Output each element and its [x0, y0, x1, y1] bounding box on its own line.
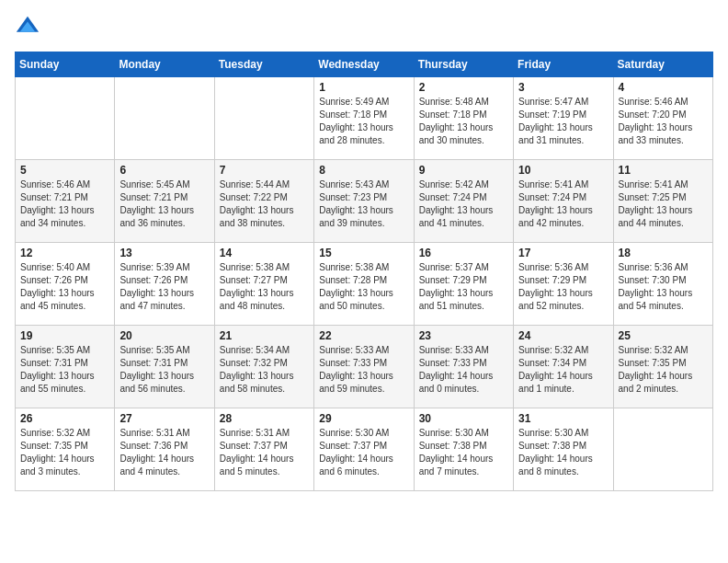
day-info: Sunrise: 5:33 AM Sunset: 7:33 PM Dayligh…	[419, 344, 508, 396]
day-number: 29	[319, 412, 408, 425]
calendar-cell: 12Sunrise: 5:40 AM Sunset: 7:26 PM Dayli…	[16, 243, 115, 326]
calendar-cell: 19Sunrise: 5:35 AM Sunset: 7:31 PM Dayli…	[16, 326, 115, 408]
calendar-cell: 13Sunrise: 5:39 AM Sunset: 7:26 PM Dayli…	[115, 243, 214, 326]
day-number: 18	[619, 247, 708, 259]
day-info: Sunrise: 5:46 AM Sunset: 7:21 PM Dayligh…	[20, 178, 109, 230]
calendar-cell: 28Sunrise: 5:31 AM Sunset: 7:37 PM Dayli…	[214, 408, 313, 491]
day-info: Sunrise: 5:48 AM Sunset: 7:18 PM Dayligh…	[419, 96, 508, 147]
calendar-cell: 16Sunrise: 5:37 AM Sunset: 7:29 PM Dayli…	[414, 243, 513, 326]
calendar-cell: 7Sunrise: 5:44 AM Sunset: 7:22 PM Daylig…	[214, 160, 313, 243]
day-number: 3	[518, 81, 608, 94]
day-number: 27	[119, 412, 209, 425]
calendar-cell: 4Sunrise: 5:46 AM Sunset: 7:20 PM Daylig…	[613, 77, 712, 160]
day-info: Sunrise: 5:41 AM Sunset: 7:24 PM Dayligh…	[518, 178, 608, 230]
logo-icon	[15, 15, 40, 40]
day-info: Sunrise: 5:30 AM Sunset: 7:37 PM Dayligh…	[319, 427, 408, 478]
day-number: 6	[119, 164, 209, 177]
page-header	[15, 15, 713, 40]
calendar-cell	[214, 77, 313, 160]
day-of-week-header: Sunday	[16, 52, 115, 77]
calendar-cell: 22Sunrise: 5:33 AM Sunset: 7:33 PM Dayli…	[314, 326, 414, 408]
calendar-cell: 29Sunrise: 5:30 AM Sunset: 7:37 PM Dayli…	[314, 408, 414, 491]
day-info: Sunrise: 5:32 AM Sunset: 7:34 PM Dayligh…	[518, 344, 608, 396]
calendar-week-row: 1Sunrise: 5:49 AM Sunset: 7:18 PM Daylig…	[16, 77, 713, 160]
calendar-cell: 23Sunrise: 5:33 AM Sunset: 7:33 PM Dayli…	[414, 326, 513, 408]
calendar-cell: 1Sunrise: 5:49 AM Sunset: 7:18 PM Daylig…	[314, 77, 414, 160]
calendar-cell: 31Sunrise: 5:30 AM Sunset: 7:38 PM Dayli…	[514, 408, 613, 491]
day-of-week-header: Wednesday	[314, 52, 414, 77]
day-info: Sunrise: 5:35 AM Sunset: 7:31 PM Dayligh…	[20, 344, 109, 396]
day-info: Sunrise: 5:32 AM Sunset: 7:35 PM Dayligh…	[619, 344, 708, 396]
calendar-cell: 21Sunrise: 5:34 AM Sunset: 7:32 PM Dayli…	[214, 326, 313, 408]
day-number: 16	[419, 247, 508, 259]
day-info: Sunrise: 5:30 AM Sunset: 7:38 PM Dayligh…	[419, 427, 508, 478]
day-number: 26	[20, 412, 109, 425]
day-info: Sunrise: 5:32 AM Sunset: 7:35 PM Dayligh…	[20, 427, 109, 478]
day-info: Sunrise: 5:38 AM Sunset: 7:28 PM Dayligh…	[319, 261, 408, 313]
calendar-cell	[16, 77, 115, 160]
calendar-cell: 14Sunrise: 5:38 AM Sunset: 7:27 PM Dayli…	[214, 243, 313, 326]
day-info: Sunrise: 5:44 AM Sunset: 7:22 PM Dayligh…	[220, 178, 309, 230]
day-number: 28	[220, 412, 309, 425]
day-number: 13	[119, 247, 209, 259]
day-number: 12	[20, 247, 109, 259]
calendar-cell: 10Sunrise: 5:41 AM Sunset: 7:24 PM Dayli…	[514, 160, 613, 243]
day-info: Sunrise: 5:33 AM Sunset: 7:33 PM Dayligh…	[319, 344, 408, 396]
day-number: 9	[419, 164, 508, 177]
day-info: Sunrise: 5:36 AM Sunset: 7:29 PM Dayligh…	[518, 261, 608, 313]
day-number: 5	[20, 164, 109, 177]
calendar-cell: 11Sunrise: 5:41 AM Sunset: 7:25 PM Dayli…	[613, 160, 712, 243]
day-info: Sunrise: 5:37 AM Sunset: 7:29 PM Dayligh…	[419, 261, 508, 313]
day-info: Sunrise: 5:47 AM Sunset: 7:19 PM Dayligh…	[518, 96, 608, 147]
calendar-cell: 8Sunrise: 5:43 AM Sunset: 7:23 PM Daylig…	[314, 160, 414, 243]
calendar-week-row: 12Sunrise: 5:40 AM Sunset: 7:26 PM Dayli…	[16, 243, 713, 326]
day-info: Sunrise: 5:41 AM Sunset: 7:25 PM Dayligh…	[619, 178, 708, 230]
calendar-cell: 2Sunrise: 5:48 AM Sunset: 7:18 PM Daylig…	[414, 77, 513, 160]
day-info: Sunrise: 5:42 AM Sunset: 7:24 PM Dayligh…	[419, 178, 508, 230]
day-number: 23	[419, 329, 508, 342]
calendar-cell: 30Sunrise: 5:30 AM Sunset: 7:38 PM Dayli…	[414, 408, 513, 491]
day-of-week-header: Monday	[115, 52, 214, 77]
calendar-cell: 17Sunrise: 5:36 AM Sunset: 7:29 PM Dayli…	[514, 243, 613, 326]
day-number: 7	[220, 164, 309, 177]
calendar-week-row: 19Sunrise: 5:35 AM Sunset: 7:31 PM Dayli…	[16, 326, 713, 408]
day-info: Sunrise: 5:36 AM Sunset: 7:30 PM Dayligh…	[619, 261, 708, 313]
calendar-cell	[613, 408, 712, 491]
day-info: Sunrise: 5:45 AM Sunset: 7:21 PM Dayligh…	[119, 178, 209, 230]
day-number: 2	[419, 81, 508, 94]
day-info: Sunrise: 5:38 AM Sunset: 7:27 PM Dayligh…	[220, 261, 309, 313]
day-number: 24	[518, 329, 608, 342]
day-number: 22	[319, 329, 408, 342]
day-info: Sunrise: 5:34 AM Sunset: 7:32 PM Dayligh…	[220, 344, 309, 396]
day-info: Sunrise: 5:49 AM Sunset: 7:18 PM Dayligh…	[319, 96, 408, 147]
day-info: Sunrise: 5:30 AM Sunset: 7:38 PM Dayligh…	[518, 427, 608, 478]
day-of-week-header: Thursday	[414, 52, 513, 77]
day-info: Sunrise: 5:35 AM Sunset: 7:31 PM Dayligh…	[119, 344, 209, 396]
calendar-table: SundayMondayTuesdayWednesdayThursdayFrid…	[15, 52, 713, 491]
calendar-cell: 6Sunrise: 5:45 AM Sunset: 7:21 PM Daylig…	[115, 160, 214, 243]
calendar-cell: 5Sunrise: 5:46 AM Sunset: 7:21 PM Daylig…	[16, 160, 115, 243]
calendar-cell: 18Sunrise: 5:36 AM Sunset: 7:30 PM Dayli…	[613, 243, 712, 326]
calendar-cell: 20Sunrise: 5:35 AM Sunset: 7:31 PM Dayli…	[115, 326, 214, 408]
calendar-cell	[115, 77, 214, 160]
calendar-week-row: 5Sunrise: 5:46 AM Sunset: 7:21 PM Daylig…	[16, 160, 713, 243]
day-number: 21	[220, 329, 309, 342]
calendar-cell: 3Sunrise: 5:47 AM Sunset: 7:19 PM Daylig…	[514, 77, 613, 160]
day-number: 20	[119, 329, 209, 342]
day-number: 1	[319, 81, 408, 94]
calendar-cell: 9Sunrise: 5:42 AM Sunset: 7:24 PM Daylig…	[414, 160, 513, 243]
day-of-week-header: Tuesday	[214, 52, 313, 77]
day-number: 14	[220, 247, 309, 259]
calendar-cell: 24Sunrise: 5:32 AM Sunset: 7:34 PM Dayli…	[514, 326, 613, 408]
day-number: 30	[419, 412, 508, 425]
calendar-week-row: 26Sunrise: 5:32 AM Sunset: 7:35 PM Dayli…	[16, 408, 713, 491]
day-number: 25	[619, 329, 708, 342]
day-number: 8	[319, 164, 408, 177]
day-number: 15	[319, 247, 408, 259]
calendar-cell: 15Sunrise: 5:38 AM Sunset: 7:28 PM Dayli…	[314, 243, 414, 326]
day-info: Sunrise: 5:39 AM Sunset: 7:26 PM Dayligh…	[119, 261, 209, 313]
day-number: 11	[619, 164, 708, 177]
logo	[15, 15, 44, 40]
day-info: Sunrise: 5:31 AM Sunset: 7:37 PM Dayligh…	[220, 427, 309, 478]
day-info: Sunrise: 5:46 AM Sunset: 7:20 PM Dayligh…	[619, 96, 708, 147]
